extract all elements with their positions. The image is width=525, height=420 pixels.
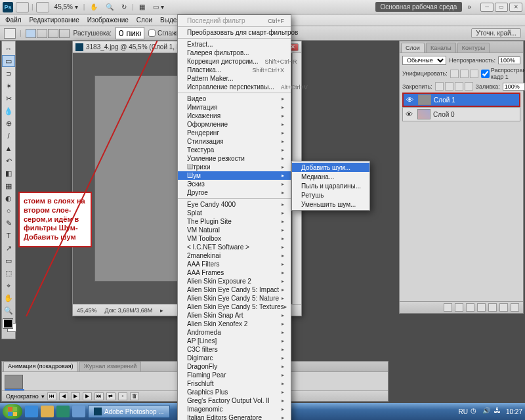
menu-lens-correction[interactable]: Коррекция дисторсии...Shift+Ctrl+R (178, 57, 291, 66)
rotate-view-icon[interactable]: ↻ (119, 3, 129, 10)
menu-extract[interactable]: Extract... (178, 40, 291, 49)
menu-group-sharpen[interactable]: Усиление резкости▸ (178, 154, 291, 163)
ps-icon[interactable]: Ps (3, 2, 13, 12)
menu-plugin-item[interactable]: Graphics Plus▸ (178, 388, 291, 396)
menu-image[interactable]: Изображение (83, 15, 133, 25)
menu-plugin-item[interactable]: Alien Skin Eye Candy 5: Impact▸ (178, 285, 291, 294)
blur-tool[interactable]: ◐ (2, 192, 15, 204)
menu-liquify[interactable]: Пластика...Shift+Ctrl+X (178, 66, 291, 74)
menu-pattern-maker[interactable]: Pattern Maker... (178, 74, 291, 83)
zoom-tool[interactable]: 🔍 (2, 304, 15, 316)
layer-row-1[interactable]: 👁 Слой 1 (402, 93, 520, 107)
link-layers-icon[interactable] (444, 303, 452, 312)
menu-plugin-item[interactable]: Alien Skin Exposure 2▸ (178, 277, 291, 285)
new-layer-icon[interactable] (499, 303, 508, 312)
brush-tool[interactable]: / (2, 130, 15, 142)
layer-thumbnail[interactable] (417, 109, 430, 119)
menu-plugin-item[interactable]: AP [Lines]▸ (178, 337, 291, 345)
menu-plugin-item[interactable]: Alien Skin Eye Candy 5: Textures▸ (178, 303, 291, 311)
layer-group-icon[interactable] (488, 303, 497, 312)
menu-plugin-item[interactable]: Alien Skin Xenofex 2▸ (178, 320, 291, 328)
menu-file[interactable]: Файл (1, 15, 26, 25)
menu-plugin-item[interactable]: Imagenomic▸ (178, 405, 291, 413)
path-tool[interactable]: ↗ (2, 242, 15, 254)
visibility-toggle-icon[interactable]: 👁 (403, 110, 415, 118)
move-tool[interactable]: ↔ (2, 43, 15, 54)
menu-plugin-item[interactable]: Frischluft▸ (178, 379, 291, 388)
arrange-icon[interactable]: ▦ (136, 3, 148, 10)
lock-all-icon[interactable] (465, 82, 473, 91)
menu-plugin-item[interactable]: AAA Frames▸ (178, 268, 291, 277)
eyedropper-tool[interactable]: 💧 (2, 105, 15, 117)
menu-group-render[interactable]: Рендеринг▸ (178, 129, 291, 137)
menu-plugin-item[interactable]: Andromeda▸ (178, 328, 291, 337)
type-tool[interactable]: T (2, 230, 15, 242)
menu-plugin-item[interactable]: Alien Skin Snap Art▸ (178, 311, 291, 320)
layer-row-0[interactable]: 👁 Слой 0 (402, 107, 520, 121)
menu-plugin-item[interactable]: Splat▸ (178, 209, 291, 217)
menu-group-sketch[interactable]: Эскиз▸ (178, 180, 291, 188)
start-button[interactable] (3, 404, 22, 419)
tray-icon[interactable]: ◷ (471, 407, 480, 416)
tab-channels[interactable]: Каналы (426, 43, 456, 52)
quickselect-tool[interactable]: ✶ (2, 80, 15, 92)
menu-plugin-item[interactable]: VM Toolbox▸ (178, 234, 291, 243)
menu-last-filter[interactable]: Последний фильтрCtrl+F (178, 16, 291, 25)
selection-subtract-icon[interactable] (48, 29, 58, 38)
menu-group-strokes[interactable]: Штрихи▸ (178, 163, 291, 171)
unify-vis-icon[interactable] (460, 70, 469, 78)
menu-smart-filter[interactable]: Преобразовать для смарт-фильтров (178, 28, 291, 37)
menu-plugin-item[interactable]: C3C filters▸ (178, 345, 291, 354)
layer-mask-icon[interactable] (466, 303, 474, 312)
history-brush-tool[interactable]: ↶ (2, 155, 15, 167)
selection-new-icon[interactable] (26, 29, 36, 38)
loop-select[interactable]: Однократно (6, 393, 39, 400)
menu-group-texture[interactable]: Текстура▸ (178, 146, 291, 154)
last-frame-button[interactable]: ⏭ (94, 392, 104, 400)
3d-tool[interactable]: ⬚ (2, 267, 15, 279)
menu-plugin-item[interactable]: Eye Candy 4000▸ (178, 200, 291, 209)
unify-pos-icon[interactable] (450, 70, 459, 78)
submenu-retouch[interactable]: Ретушь (292, 190, 369, 200)
zoom-tool-icon[interactable]: 🔍 (103, 3, 116, 10)
next-frame-button[interactable]: ▶ (83, 392, 92, 400)
doc-zoom-display[interactable]: 45,45% (77, 307, 97, 314)
menu-plugin-item[interactable]: < I.C.NET Software >▸ (178, 243, 291, 251)
close-button[interactable]: ✕ (509, 3, 522, 12)
submenu-median[interactable]: Медиана... (292, 172, 369, 181)
lock-paint-icon[interactable] (445, 82, 453, 91)
3d-camera-tool[interactable]: ⌖ (2, 280, 15, 291)
hand-tool[interactable]: ✋ (2, 292, 15, 304)
selection-add-icon[interactable] (37, 29, 47, 38)
tab-layers[interactable]: Слои (401, 43, 425, 52)
layer-style-icon[interactable] (455, 303, 463, 312)
lock-trans-icon[interactable] (435, 82, 444, 91)
menu-group-video[interactable]: Видео▸ (178, 94, 291, 103)
menu-plugin-item[interactable]: AAA Filters▸ (178, 260, 291, 268)
menu-filter-gallery[interactable]: Галерея фильтров... (178, 49, 291, 57)
pen-tool[interactable]: ✎ (2, 217, 15, 229)
menu-vanishing-point[interactable]: Исправление перспективы...Alt+Ctrl+V (178, 83, 291, 91)
tab-animation[interactable]: Анимация (покадровая) (3, 362, 78, 371)
maximize-button[interactable]: ▭ (495, 3, 508, 12)
fg-color-swatch[interactable] (3, 319, 12, 328)
menu-plugin-item[interactable]: Digimarc▸ (178, 354, 291, 362)
quicklaunch-mediaplayer-icon[interactable] (56, 406, 70, 417)
tab-measure-log[interactable]: Журнал измерений (79, 362, 142, 371)
tab-paths[interactable]: Контуры (457, 43, 490, 52)
layer-thumbnail[interactable] (418, 94, 431, 105)
shape-tool[interactable]: ▭ (2, 255, 15, 266)
br-icon[interactable] (16, 2, 29, 12)
eraser-tool[interactable]: ◧ (2, 167, 15, 179)
adjustment-layer-icon[interactable] (477, 303, 486, 312)
workspace-more[interactable]: » (465, 3, 474, 10)
menu-edit[interactable]: Редактирование (26, 15, 83, 25)
quicklaunch-folder-icon[interactable] (41, 406, 54, 417)
menu-plugin-item[interactable]: The Plugin Site▸ (178, 217, 291, 226)
feather-input[interactable] (116, 27, 144, 39)
taskbar-app-button[interactable]: Adobe Photoshop ... (88, 405, 170, 418)
workspace-switcher[interactable]: Основная рабочая среда (375, 2, 463, 12)
first-frame-button[interactable]: ⏮ (47, 392, 56, 400)
fill-input[interactable] (503, 83, 525, 91)
minimize-button[interactable]: ─ (480, 3, 494, 12)
